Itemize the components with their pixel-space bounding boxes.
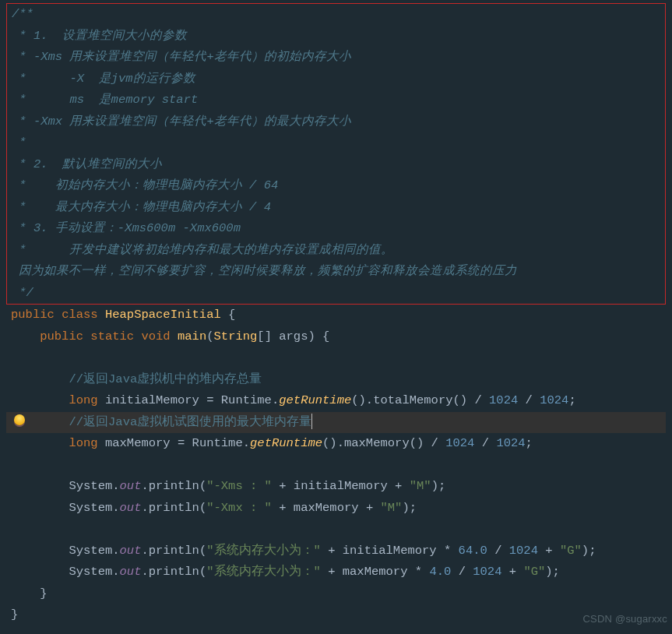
doc-line: * 1. 设置堆空间大小的参数 — [7, 26, 665, 48]
doc-line: * — [7, 132, 665, 154]
code-line: System.out.println("系统内存大小为：" + initialM… — [6, 541, 666, 562]
code-line: } — [6, 583, 666, 605]
code-line-active: //返回Java虚拟机试图使用的最大堆内存量 — [6, 412, 666, 434]
caret-icon — [311, 414, 312, 429]
code-line: long initialMemory = Runtime.getRuntime(… — [6, 390, 666, 412]
doc-line: * -X 是jvm的运行参数 — [7, 69, 665, 90]
doc-line: * 3. 手动设置：-Xms600m -Xmx600m — [7, 218, 665, 240]
doc-line: 因为如果不一样，空间不够要扩容，空闲时候要释放，频繁的扩容和释放会造成系统的压力 — [7, 261, 665, 283]
code-line: public static void main(String[] args) { — [6, 326, 666, 348]
watermark-text: CSDN @sugarxxc — [583, 608, 667, 630]
code-line: System.out.println("-Xmx : " + maxMemory… — [6, 498, 666, 520]
doc-line: * 2. 默认堆空间的大小 — [7, 154, 665, 176]
doc-line: /** — [7, 4, 665, 26]
code-line: System.out.println("系统内存大小为：" + maxMemor… — [6, 562, 666, 583]
code-line: System.out.println("-Xms : " + initialMe… — [6, 476, 666, 498]
code-line: //返回Java虚拟机中的堆内存总量 — [6, 369, 666, 391]
doc-line: * 开发中建议将初始堆内存和最大的堆内存设置成相同的值。 — [7, 240, 665, 262]
code-line — [6, 519, 666, 541]
code-line: } — [6, 604, 666, 626]
code-line: public class HeapSpaceInitial { — [6, 305, 666, 326]
doc-line: */ — [7, 283, 665, 305]
doc-line: * 最大内存大小：物理电脑内存大小 / 4 — [7, 197, 665, 219]
code-editor[interactable]: /** * 1. 设置堆空间大小的参数 * -Xms 用来设置堆空间（年轻代+老… — [0, 0, 672, 632]
doc-line: * -Xms 用来设置堆空间（年轻代+老年代）的初始内存大小 — [7, 47, 665, 69]
doc-line: * 初始内存大小：物理电脑内存大小 / 64 — [7, 175, 665, 197]
code-line: long maxMemory = Runtime.getRuntime().ma… — [6, 433, 666, 455]
bulb-icon[interactable] — [14, 414, 25, 425]
doc-line: * ms 是memory start — [7, 90, 665, 111]
doc-line: * -Xmx 用来设置堆空间（年轻代+老年代）的最大内存大小 — [7, 111, 665, 133]
javadoc-comment-block: /** * 1. 设置堆空间大小的参数 * -Xms 用来设置堆空间（年轻代+老… — [6, 3, 666, 305]
code-line — [6, 347, 666, 369]
code-line — [6, 455, 666, 477]
